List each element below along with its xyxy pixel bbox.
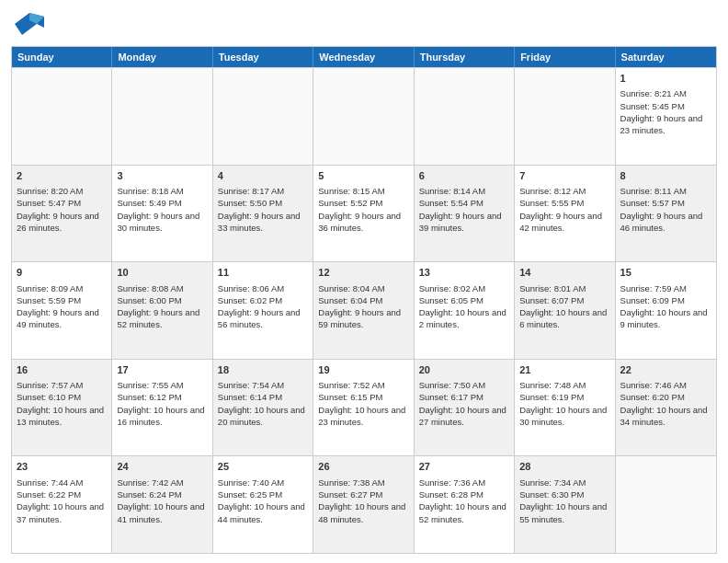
calendar-cell: 17Sunrise: 7:55 AM Sunset: 6:12 PM Dayli… <box>112 360 212 456</box>
weekday-header: Tuesday <box>213 47 313 67</box>
calendar-cell: 24Sunrise: 7:42 AM Sunset: 6:24 PM Dayli… <box>112 456 212 553</box>
day-number: 4 <box>218 169 308 183</box>
calendar-cell: 26Sunrise: 7:38 AM Sunset: 6:27 PM Dayli… <box>313 456 414 553</box>
calendar-cell: 20Sunrise: 7:50 AM Sunset: 6:17 PM Dayli… <box>415 360 515 456</box>
day-info: Sunrise: 7:54 AM Sunset: 6:14 PM Dayligh… <box>218 380 305 427</box>
day-info: Sunrise: 7:42 AM Sunset: 6:24 PM Dayligh… <box>117 477 204 524</box>
day-info: Sunrise: 8:04 AM Sunset: 6:04 PM Dayligh… <box>318 283 401 330</box>
calendar-cell <box>12 68 112 165</box>
day-info: Sunrise: 7:50 AM Sunset: 6:17 PM Dayligh… <box>419 380 506 427</box>
day-info: Sunrise: 8:08 AM Sunset: 6:00 PM Dayligh… <box>117 283 199 330</box>
calendar-cell: 18Sunrise: 7:54 AM Sunset: 6:14 PM Dayli… <box>213 360 313 456</box>
calendar-cell: 14Sunrise: 8:01 AM Sunset: 6:07 PM Dayli… <box>515 262 615 359</box>
calendar-cell: 28Sunrise: 7:34 AM Sunset: 6:30 PM Dayli… <box>515 456 615 553</box>
calendar-cell: 21Sunrise: 7:48 AM Sunset: 6:19 PM Dayli… <box>515 360 615 456</box>
calendar-cell: 2Sunrise: 8:20 AM Sunset: 5:47 PM Daylig… <box>12 166 112 262</box>
day-number: 28 <box>519 460 609 474</box>
day-number: 26 <box>318 460 408 474</box>
day-info: Sunrise: 8:09 AM Sunset: 5:59 PM Dayligh… <box>17 283 99 330</box>
day-info: Sunrise: 8:17 AM Sunset: 5:50 PM Dayligh… <box>218 186 301 233</box>
day-info: Sunrise: 7:38 AM Sunset: 6:27 PM Dayligh… <box>318 477 405 524</box>
calendar-row: 2Sunrise: 8:20 AM Sunset: 5:47 PM Daylig… <box>12 165 716 262</box>
weekday-header: Sunday <box>12 47 112 67</box>
calendar-row: 9Sunrise: 8:09 AM Sunset: 5:59 PM Daylig… <box>12 261 716 359</box>
day-info: Sunrise: 7:46 AM Sunset: 6:20 PM Dayligh… <box>620 380 708 427</box>
calendar-cell: 19Sunrise: 7:52 AM Sunset: 6:15 PM Dayli… <box>313 360 414 456</box>
day-number: 27 <box>419 460 509 474</box>
calendar-cell <box>313 68 414 165</box>
day-number: 3 <box>117 169 207 183</box>
header <box>11 9 717 39</box>
day-number: 7 <box>519 169 609 183</box>
day-number: 2 <box>17 169 107 183</box>
page: SundayMondayTuesdayWednesdayThursdayFrid… <box>0 0 728 563</box>
calendar-cell: 8Sunrise: 8:11 AM Sunset: 5:57 PM Daylig… <box>616 166 716 262</box>
day-info: Sunrise: 7:52 AM Sunset: 6:15 PM Dayligh… <box>318 380 405 427</box>
calendar-cell: 22Sunrise: 7:46 AM Sunset: 6:20 PM Dayli… <box>616 360 716 456</box>
calendar-row: 23Sunrise: 7:44 AM Sunset: 6:22 PM Dayli… <box>12 455 716 553</box>
day-info: Sunrise: 8:18 AM Sunset: 5:49 PM Dayligh… <box>117 186 199 233</box>
day-number: 1 <box>620 72 711 86</box>
calendar-body: 1Sunrise: 8:21 AM Sunset: 5:45 PM Daylig… <box>12 67 716 553</box>
calendar-cell <box>515 68 615 165</box>
day-info: Sunrise: 7:40 AM Sunset: 6:25 PM Dayligh… <box>218 477 305 524</box>
day-number: 8 <box>620 169 711 183</box>
day-number: 24 <box>117 460 207 474</box>
day-info: Sunrise: 7:55 AM Sunset: 6:12 PM Dayligh… <box>117 380 204 427</box>
day-number: 19 <box>318 363 408 377</box>
day-info: Sunrise: 8:20 AM Sunset: 5:47 PM Dayligh… <box>17 186 99 233</box>
calendar-cell: 7Sunrise: 8:12 AM Sunset: 5:55 PM Daylig… <box>515 166 615 262</box>
logo-text <box>11 9 44 39</box>
calendar-header: SundayMondayTuesdayWednesdayThursdayFrid… <box>12 47 716 67</box>
day-number: 5 <box>318 169 408 183</box>
weekday-header: Thursday <box>415 47 515 67</box>
day-info: Sunrise: 8:02 AM Sunset: 6:05 PM Dayligh… <box>419 283 506 330</box>
logo <box>11 9 44 39</box>
day-number: 21 <box>519 363 609 377</box>
day-info: Sunrise: 7:48 AM Sunset: 6:19 PM Dayligh… <box>519 380 607 427</box>
day-number: 9 <box>17 266 107 280</box>
day-info: Sunrise: 8:14 AM Sunset: 5:54 PM Dayligh… <box>419 186 502 233</box>
day-info: Sunrise: 7:36 AM Sunset: 6:28 PM Dayligh… <box>419 477 506 524</box>
day-info: Sunrise: 7:34 AM Sunset: 6:30 PM Dayligh… <box>519 477 607 524</box>
day-info: Sunrise: 7:59 AM Sunset: 6:09 PM Dayligh… <box>620 283 708 330</box>
day-number: 11 <box>218 266 308 280</box>
day-number: 17 <box>117 363 207 377</box>
calendar-cell: 12Sunrise: 8:04 AM Sunset: 6:04 PM Dayli… <box>313 262 414 359</box>
calendar: SundayMondayTuesdayWednesdayThursdayFrid… <box>11 46 717 554</box>
day-info: Sunrise: 8:21 AM Sunset: 5:45 PM Dayligh… <box>620 88 703 135</box>
day-info: Sunrise: 8:01 AM Sunset: 6:07 PM Dayligh… <box>519 283 607 330</box>
calendar-cell: 13Sunrise: 8:02 AM Sunset: 6:05 PM Dayli… <box>415 262 515 359</box>
calendar-cell: 25Sunrise: 7:40 AM Sunset: 6:25 PM Dayli… <box>213 456 313 553</box>
day-number: 15 <box>620 266 711 280</box>
day-info: Sunrise: 8:12 AM Sunset: 5:55 PM Dayligh… <box>519 186 602 233</box>
calendar-cell: 4Sunrise: 8:17 AM Sunset: 5:50 PM Daylig… <box>213 166 313 262</box>
calendar-cell: 6Sunrise: 8:14 AM Sunset: 5:54 PM Daylig… <box>415 166 515 262</box>
calendar-cell: 27Sunrise: 7:36 AM Sunset: 6:28 PM Dayli… <box>415 456 515 553</box>
day-number: 22 <box>620 363 711 377</box>
calendar-cell: 5Sunrise: 8:15 AM Sunset: 5:52 PM Daylig… <box>313 166 414 262</box>
day-number: 23 <box>17 460 107 474</box>
day-number: 12 <box>318 266 408 280</box>
day-info: Sunrise: 8:15 AM Sunset: 5:52 PM Dayligh… <box>318 186 401 233</box>
calendar-cell: 3Sunrise: 8:18 AM Sunset: 5:49 PM Daylig… <box>112 166 212 262</box>
day-info: Sunrise: 8:11 AM Sunset: 5:57 PM Dayligh… <box>620 186 703 233</box>
day-number: 25 <box>218 460 308 474</box>
calendar-cell: 1Sunrise: 8:21 AM Sunset: 5:45 PM Daylig… <box>616 68 716 165</box>
calendar-cell: 9Sunrise: 8:09 AM Sunset: 5:59 PM Daylig… <box>12 262 112 359</box>
calendar-cell <box>616 456 716 553</box>
day-number: 20 <box>419 363 509 377</box>
weekday-header: Saturday <box>616 47 716 67</box>
calendar-cell <box>112 68 212 165</box>
calendar-cell <box>415 68 515 165</box>
day-number: 6 <box>419 169 509 183</box>
calendar-cell <box>213 68 313 165</box>
day-number: 13 <box>419 266 509 280</box>
day-number: 14 <box>519 266 609 280</box>
calendar-row: 16Sunrise: 7:57 AM Sunset: 6:10 PM Dayli… <box>12 359 716 456</box>
day-info: Sunrise: 7:57 AM Sunset: 6:10 PM Dayligh… <box>17 380 104 427</box>
day-number: 10 <box>117 266 207 280</box>
day-number: 16 <box>17 363 107 377</box>
logo-icon <box>15 9 44 39</box>
calendar-cell: 10Sunrise: 8:08 AM Sunset: 6:00 PM Dayli… <box>112 262 212 359</box>
